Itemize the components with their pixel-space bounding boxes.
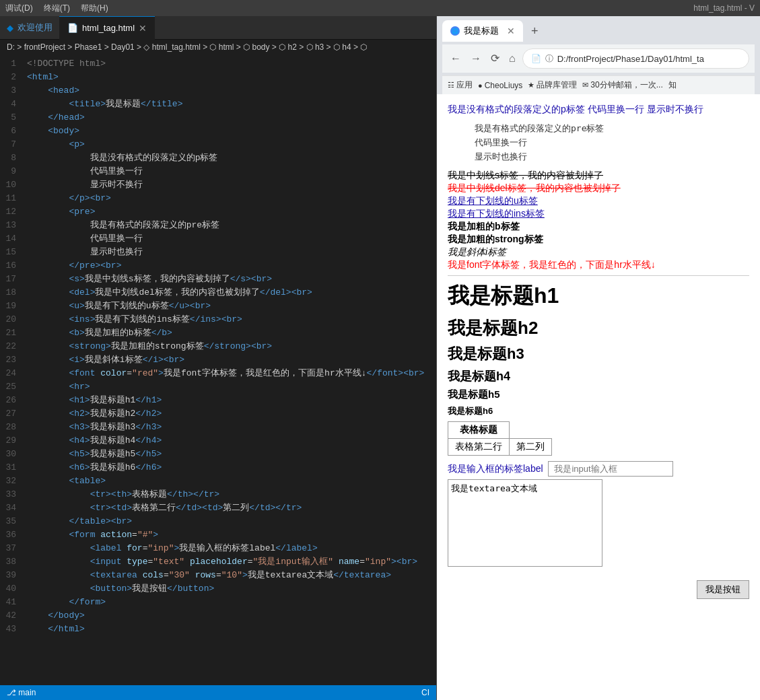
line-content: <strong>我是加粗的strong标签</strong><br> bbox=[27, 340, 272, 353]
bookmark-brand[interactable]: ★ 品牌库管理 bbox=[528, 79, 577, 91]
code-line: 40 <button>我是按钮</button> bbox=[0, 582, 436, 596]
status-bar: ⎇ main CI bbox=[0, 685, 436, 700]
line-content: <!DOCTYPE html> bbox=[27, 57, 106, 71]
apps-icon: ☷ bbox=[448, 81, 454, 90]
menu-terminal[interactable]: 终端(T) bbox=[44, 3, 70, 14]
code-line: 2<html> bbox=[0, 71, 436, 84]
line-content: 显示时不换行 bbox=[27, 178, 143, 192]
line-content: <hr> bbox=[27, 380, 90, 394]
line-content: 代码里换一行 bbox=[27, 232, 143, 246]
bookmark-mail[interactable]: ✉ 30分钟邮箱，一次... bbox=[582, 79, 662, 91]
line-content: <del>我是中划线del标签，我的内容也被划掉了</del><br> bbox=[27, 286, 312, 300]
line-content: <title>我是标题</title> bbox=[27, 98, 182, 111]
forward-button[interactable]: → bbox=[468, 50, 484, 67]
line-content: <u>我是有下划线的u标签</u><br> bbox=[27, 300, 211, 313]
code-line: 24 <font color="red">我是font字体标签，我是红色的，下面… bbox=[0, 367, 436, 380]
line-content: <tr><th>表格标题</th></tr> bbox=[27, 488, 219, 501]
browser-tabs: 🌐 我是标题 ✕ + bbox=[442, 20, 755, 42]
line-number: 15 bbox=[0, 246, 27, 259]
browser-bookmarks: ☷ 应用 ● CheoLiuys ★ 品牌库管理 ✉ 30分钟邮箱，一次... … bbox=[442, 75, 755, 94]
menu-help[interactable]: 帮助(H) bbox=[81, 3, 108, 14]
back-button[interactable]: ← bbox=[448, 50, 464, 67]
code-line: 15 显示时也换行 bbox=[0, 246, 436, 259]
code-line: 13 我是有格式的段落定义的pre标签 bbox=[0, 219, 436, 232]
bookmark-ext-label: 知 bbox=[668, 79, 677, 91]
bookmark-github-label: CheoLiuys bbox=[485, 81, 523, 90]
code-line: 21 <b>我是加粗的b标签</b> bbox=[0, 326, 436, 340]
tab-filename: html_tag.html bbox=[82, 23, 135, 33]
bookmark-github[interactable]: ● CheoLiuys bbox=[478, 81, 522, 90]
u-tag-demo: 我是有下划线的u标签 bbox=[448, 195, 538, 206]
browser-tab-active[interactable]: 🌐 我是标题 ✕ bbox=[442, 20, 523, 42]
browser-tab-close[interactable]: ✕ bbox=[507, 26, 515, 36]
s-tag-demo: 我是中划线s标签，我的内容被划掉了 bbox=[448, 170, 603, 180]
menu-debug[interactable]: 调试(D) bbox=[5, 3, 33, 14]
form-textarea[interactable]: 我是textarea文本域 bbox=[448, 479, 602, 567]
h6-demo: 我是标题h6 bbox=[448, 405, 749, 417]
table-row: 表格第二行 第二列 bbox=[448, 439, 552, 456]
line-number: 10 bbox=[0, 178, 27, 192]
code-line: 19 <u>我是有下划线的u标签</u><br> bbox=[0, 300, 436, 313]
font-tag-demo: 我是font字体标签，我是红色的，下面是hr水平线↓ bbox=[448, 259, 656, 270]
reload-button[interactable]: ⟳ bbox=[488, 50, 502, 67]
line-number: 31 bbox=[0, 461, 27, 475]
vscode-icon: ◆ bbox=[7, 23, 13, 33]
ci-badge: CI bbox=[421, 688, 429, 697]
bookmark-mail-label: 30分钟邮箱，一次... bbox=[590, 79, 662, 91]
line-number: 4 bbox=[0, 98, 27, 111]
code-line: 36 <form action="#"> bbox=[0, 528, 436, 542]
ins-tag-demo: 我是有下划线的ins标签 bbox=[448, 208, 545, 219]
welcome-tab[interactable]: ◆ 欢迎使用 bbox=[0, 18, 59, 38]
bookmark-brand-label: 品牌库管理 bbox=[537, 79, 577, 91]
form-input[interactable] bbox=[548, 461, 673, 477]
code-line: 7 <p> bbox=[0, 138, 436, 151]
line-number: 17 bbox=[0, 273, 27, 286]
line-number: 6 bbox=[0, 125, 27, 138]
line-content: </p><br> bbox=[27, 192, 111, 205]
code-line: 10 显示时不换行 bbox=[0, 178, 436, 192]
h1-demo: 我是标题h1 bbox=[448, 281, 749, 311]
github-icon: ● bbox=[478, 81, 483, 90]
browser-tab-title: 我是标题 bbox=[464, 25, 499, 37]
line-number: 16 bbox=[0, 259, 27, 273]
editor-tabs: ◆ 欢迎使用 📄 html_tag.html ✕ bbox=[0, 16, 436, 40]
hr-demo bbox=[448, 275, 749, 276]
i-tag-demo: 我是斜体i标签 bbox=[448, 246, 506, 257]
welcome-label: 欢迎使用 bbox=[18, 22, 53, 34]
pre-line3: 显示时也换行 bbox=[475, 151, 527, 162]
line-number: 27 bbox=[0, 407, 27, 421]
code-line: 42 </body> bbox=[0, 609, 436, 623]
file-tab-active[interactable]: 📄 html_tag.html ✕ bbox=[59, 16, 155, 40]
code-line: 26 <h1>我是标题h1</h1> bbox=[0, 394, 436, 407]
pre-line2: 代码里换一行 bbox=[475, 137, 527, 147]
code-line: 32 <table> bbox=[0, 475, 436, 488]
line-content: <b>我是加粗的b标签</b> bbox=[27, 326, 172, 340]
new-tab-button[interactable]: + bbox=[526, 22, 544, 41]
line-number: 43 bbox=[0, 623, 27, 636]
form-button[interactable]: 我是按钮 bbox=[697, 580, 749, 599]
code-line: 3 <head> bbox=[0, 84, 436, 98]
line-content: <form action="#"> bbox=[27, 528, 158, 542]
pre-line1: 我是有格式的段落定义的pre标签 bbox=[475, 123, 604, 133]
strong-tag-demo: 我是加粗的strong标签 bbox=[448, 234, 543, 244]
h3-demo: 我是标题h3 bbox=[448, 344, 749, 364]
bookmark-ext[interactable]: 知 bbox=[668, 79, 677, 91]
line-number: 7 bbox=[0, 138, 27, 151]
line-number: 14 bbox=[0, 232, 27, 246]
tab-close-icon[interactable]: ✕ bbox=[139, 23, 147, 34]
home-button[interactable]: ⌂ bbox=[506, 50, 518, 67]
code-line: 16 </pre><br> bbox=[0, 259, 436, 273]
address-bar[interactable]: 📄 ⓘ D:/frontProject/Phase1/Day01/html_ta bbox=[522, 48, 749, 69]
code-line: 39 <textarea cols="30" rows="10">我是texta… bbox=[0, 569, 436, 582]
code-line: 1<!DOCTYPE html> bbox=[0, 57, 436, 71]
bookmark-apps[interactable]: ☷ 应用 bbox=[448, 79, 473, 91]
code-line: 20 <ins>我是有下划线的ins标签</ins><br> bbox=[0, 313, 436, 326]
line-content: <html> bbox=[27, 71, 59, 84]
line-content: </table><br> bbox=[27, 515, 132, 528]
code-line: 43 </html> bbox=[0, 623, 436, 636]
code-line: 17 <s>我是中划线s标签，我的内容被划掉了</s><br> bbox=[0, 273, 436, 286]
code-line: 38 <input type="text" placeholder="我是inp… bbox=[0, 555, 436, 569]
code-area[interactable]: 1<!DOCTYPE html>2<html>3 <head>4 <title>… bbox=[0, 55, 436, 685]
file-icon: 📄 bbox=[67, 23, 78, 33]
line-content: 我是没有格式的段落定义的p标签 bbox=[27, 151, 217, 165]
